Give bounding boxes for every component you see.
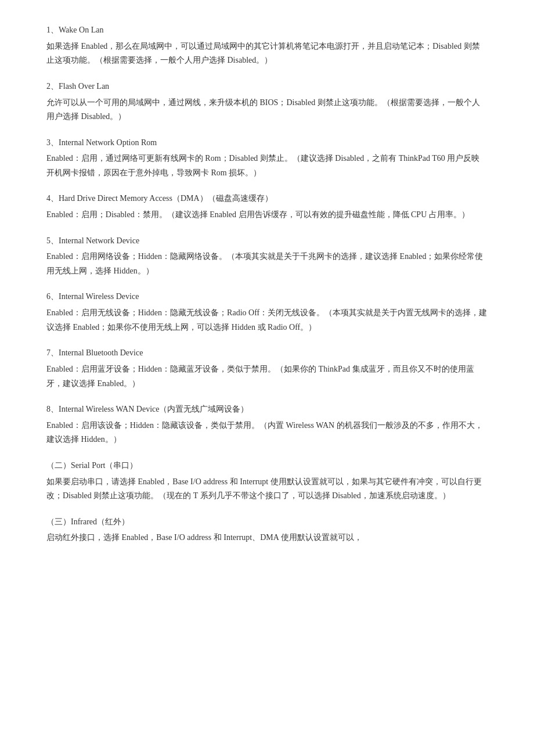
section-body-internal-network-option-rom: Enabled：启用，通过网络可更新有线网卡的 Rom；Disabled 则禁止…	[46, 152, 488, 180]
section-hard-drive-dma: 4、Hard Drive Direct Memory Access（DMA）（磁…	[46, 192, 488, 222]
section-wake-on-lan: 1、Wake On Lan如果选择 Enabled，那么在局域网中，可以通过局域…	[46, 23, 488, 68]
section-title-internal-network-device: 5、Internal Network Device	[46, 234, 488, 248]
section-title-serial-port: （二）Serial Port（串口）	[46, 459, 488, 473]
section-title-internal-wireless-device: 6、Internal Wireless Device	[46, 290, 488, 304]
section-title-hard-drive-dma: 4、Hard Drive Direct Memory Access（DMA）（磁…	[46, 192, 488, 206]
section-body-flash-over-lan: 允许可以从一个可用的局域网中，通过网线，来升级本机的 BIOS；Disabled…	[46, 96, 488, 124]
section-title-internal-wireless-wan-device: 8、Internal Wireless WAN Device（内置无线广域网设备…	[46, 402, 488, 416]
section-body-wake-on-lan: 如果选择 Enabled，那么在局域网中，可以通过局域网中的其它计算机将笔记本电…	[46, 39, 488, 68]
section-infrared: （三）Infrared（红外）启动红外接口，选择 Enabled，Base I/…	[46, 515, 488, 545]
section-title-internal-network-option-rom: 3、Internal Network Option Rom	[46, 136, 488, 150]
section-title-infrared: （三）Infrared（红外）	[46, 515, 488, 529]
section-body-internal-bluetooth-device: Enabled：启用蓝牙设备；Hidden：隐藏蓝牙设备，类似于禁用。（如果你的…	[46, 362, 488, 391]
section-body-infrared: 启动红外接口，选择 Enabled，Base I/O address 和 Int…	[46, 531, 488, 545]
section-title-wake-on-lan: 1、Wake On Lan	[46, 23, 488, 37]
section-body-internal-network-device: Enabled：启用网络设备；Hidden：隐藏网络设备。（本项其实就是关于千兆…	[46, 250, 488, 278]
section-body-hard-drive-dma: Enabled：启用；Disabled：禁用。（建议选择 Enabled 启用告…	[46, 208, 488, 222]
section-internal-network-device: 5、Internal Network DeviceEnabled：启用网络设备；…	[46, 234, 488, 279]
section-title-flash-over-lan: 2、Flash Over Lan	[46, 80, 488, 93]
section-title-internal-bluetooth-device: 7、Internal Bluetooth Device	[46, 346, 488, 360]
section-internal-network-option-rom: 3、Internal Network Option RomEnabled：启用，…	[46, 136, 488, 181]
section-body-serial-port: 如果要启动串口，请选择 Enabled，Base I/O address 和 I…	[46, 475, 488, 503]
section-internal-wireless-device: 6、Internal Wireless DeviceEnabled：启用无线设备…	[46, 290, 488, 334]
section-internal-bluetooth-device: 7、Internal Bluetooth DeviceEnabled：启用蓝牙设…	[46, 346, 488, 391]
section-serial-port: （二）Serial Port（串口）如果要启动串口，请选择 Enabled，Ba…	[46, 459, 488, 503]
section-flash-over-lan: 2、Flash Over Lan允许可以从一个可用的局域网中，通过网线，来升级本…	[46, 80, 488, 124]
section-body-internal-wireless-device: Enabled：启用无线设备；Hidden：隐藏无线设备；Radio Off：关…	[46, 306, 488, 334]
section-body-internal-wireless-wan-device: Enabled：启用该设备；Hidden：隐藏该设备，类似于禁用。（内置 Wir…	[46, 419, 488, 447]
section-internal-wireless-wan-device: 8、Internal Wireless WAN Device（内置无线广域网设备…	[46, 402, 488, 447]
main-content: 1、Wake On Lan如果选择 Enabled，那么在局域网中，可以通过局域…	[46, 23, 488, 545]
